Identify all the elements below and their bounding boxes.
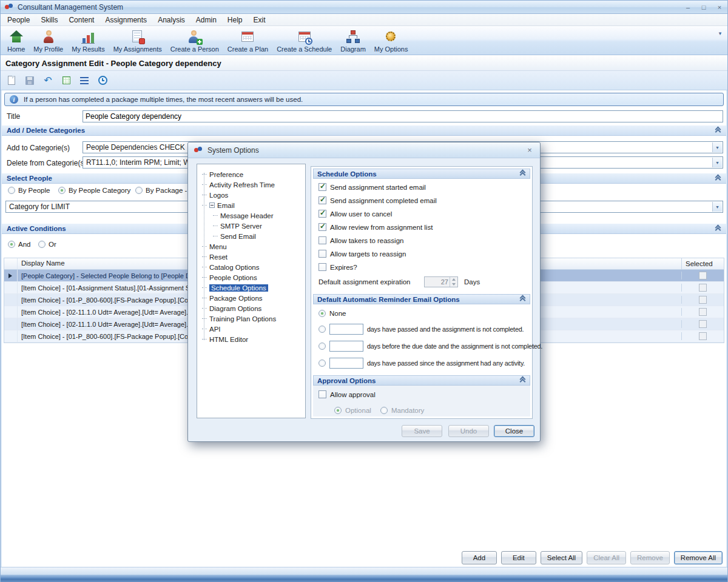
menu-content[interactable]: Content <box>63 15 99 25</box>
history-clock-icon[interactable] <box>95 73 110 88</box>
edit-button[interactable]: Edit <box>501 551 536 564</box>
section-header-label: Select People <box>7 175 52 182</box>
tree-item-logos[interactable]: Logos <box>197 190 305 200</box>
radio-reminder-days-passed[interactable]: days have passed and the assignment is n… <box>318 324 524 335</box>
list-icon[interactable] <box>77 73 92 88</box>
chevron-down-icon[interactable]: ▼ <box>712 202 722 212</box>
tree-item-message-header[interactable]: Message Header <box>197 210 305 221</box>
radio-approval-optional[interactable]: Optional <box>334 407 371 414</box>
minimize-icon[interactable]: – <box>684 4 692 11</box>
tree-item-reset[interactable]: Reset <box>197 252 305 262</box>
tree-item-activity-refresh-time[interactable]: Activity Refresh Time <box>197 179 305 190</box>
collapse-chevron-icon[interactable] <box>715 127 721 134</box>
tree-item-html-editor[interactable]: HTML Editor <box>197 334 305 344</box>
check-allow-review[interactable]: Allow review from assignment list <box>318 223 433 231</box>
row-checkbox[interactable] <box>699 284 707 292</box>
radio-approval-mandatory[interactable]: Mandatory <box>380 407 424 414</box>
radio-or[interactable]: Or <box>38 241 56 248</box>
close-icon[interactable]: × <box>715 4 724 11</box>
new-document-icon[interactable] <box>4 73 19 88</box>
radio-by-people-category[interactable]: By People Category <box>58 187 130 194</box>
toolbar-my-options[interactable]: My Options <box>370 28 413 54</box>
remove-all-button[interactable]: Remove All <box>674 551 723 564</box>
toolbar-create-person[interactable]: Create a Person <box>166 28 223 54</box>
title-input[interactable] <box>83 110 723 122</box>
spinner-arrows-icon[interactable] <box>450 277 457 287</box>
tree-item-schedule-options[interactable]: Schedule Options <box>197 283 305 293</box>
radio-icon <box>8 241 15 248</box>
radio-reminder-none[interactable]: None <box>318 310 346 317</box>
toolbar-overflow-icon[interactable]: ▾ <box>715 30 725 36</box>
toolbar-my-profile[interactable]: My Profile <box>29 28 67 54</box>
menu-admin[interactable]: Admin <box>190 15 222 25</box>
chevron-down-icon[interactable]: ▼ <box>712 158 722 167</box>
maximize-icon[interactable]: □ <box>699 4 708 11</box>
menu-assignments[interactable]: Assignments <box>99 15 152 25</box>
days-inactive-input[interactable] <box>329 358 363 369</box>
menu-skills[interactable]: Skills <box>35 15 63 25</box>
tree-item-package-options[interactable]: Package Options <box>197 293 305 303</box>
radio-icon <box>58 187 66 194</box>
add-button[interactable]: Add <box>462 551 497 564</box>
expiration-spinner[interactable]: 27 <box>424 276 458 287</box>
tree-item-send-email[interactable]: Send Email <box>197 231 305 241</box>
toolbar-home[interactable]: Home <box>3 28 29 54</box>
undo-icon[interactable]: ↶ <box>41 73 55 88</box>
days-passed-input[interactable] <box>329 324 363 335</box>
row-checkbox[interactable] <box>699 272 707 279</box>
toolbar-diagram[interactable]: Diagram <box>336 28 370 54</box>
check-allow-user-cancel[interactable]: Allow user to cancel <box>318 210 392 218</box>
undo-button[interactable]: Undo <box>448 425 489 437</box>
tree-item-menu[interactable]: Menu <box>197 241 305 252</box>
check-send-started-email[interactable]: Send assignment started email <box>318 183 426 191</box>
radio-by-people[interactable]: By People <box>8 187 50 194</box>
collapse-minus-icon[interactable] <box>209 202 215 208</box>
collapse-chevron-icon[interactable] <box>715 175 721 182</box>
radio-reminder-days-before-due[interactable]: days before the due date and the assignm… <box>318 341 542 352</box>
chevron-down-icon[interactable]: ▼ <box>712 142 722 152</box>
toolbar-create-plan[interactable]: Create a Plan <box>223 28 272 54</box>
check-allow-approval[interactable]: Allow approval <box>318 390 376 398</box>
clear-all-button[interactable]: Clear All <box>587 551 626 564</box>
tree-item-people-options[interactable]: People Options <box>197 272 305 283</box>
check-allow-targets-reassign[interactable]: Allow targets to reassign <box>318 250 406 258</box>
menu-exit[interactable]: Exit <box>248 15 271 25</box>
tree-item-email[interactable]: Email <box>197 200 305 210</box>
check-expires[interactable]: Expires? <box>318 263 357 271</box>
export-grid-icon[interactable] <box>59 73 73 88</box>
tree-item-training-plan-options[interactable]: Training Plan Options <box>197 313 305 324</box>
checkbox-icon <box>318 183 326 191</box>
toolbar-my-assignments[interactable]: My Assignments <box>109 28 166 54</box>
tree-item-preference[interactable]: Preference <box>197 169 305 179</box>
tree-item-diagram-options[interactable]: Diagram Options <box>197 303 305 313</box>
toolbar-my-results[interactable]: My Results <box>67 28 109 54</box>
row-checkbox[interactable] <box>699 320 707 328</box>
radio-and[interactable]: And <box>8 241 30 248</box>
page-title: Category Assignment Edit - People Catego… <box>1 56 727 71</box>
check-send-completed-email[interactable]: Send assignment completed email <box>318 196 437 204</box>
radio-icon <box>318 326 326 333</box>
collapse-chevron-icon[interactable] <box>519 296 526 303</box>
save-button[interactable]: Save <box>402 425 442 437</box>
menu-analysis[interactable]: Analysis <box>152 15 190 25</box>
menu-help[interactable]: Help <box>222 15 248 25</box>
row-checkbox[interactable] <box>699 296 707 304</box>
check-allow-takers-reassign[interactable]: Allow takers to reassign <box>318 236 403 244</box>
remove-button[interactable]: Remove <box>630 551 670 564</box>
toolbar-create-schedule[interactable]: Create a Schedule <box>272 28 336 54</box>
tree-item-catalog-options[interactable]: Catalog Options <box>197 262 305 272</box>
collapse-chevron-icon[interactable] <box>519 170 526 177</box>
save-icon[interactable] <box>22 73 37 88</box>
dialog-close-icon[interactable]: × <box>525 146 534 155</box>
menu-people[interactable]: People <box>2 15 35 25</box>
row-checkbox[interactable] <box>699 332 707 340</box>
days-before-due-input[interactable] <box>329 341 363 352</box>
tree-item-api[interactable]: API <box>197 324 305 334</box>
tree-item-smtp-server[interactable]: SMTP Server <box>197 221 305 231</box>
select-all-button[interactable]: Select All <box>541 551 582 564</box>
collapse-chevron-icon[interactable] <box>715 226 721 232</box>
radio-reminder-days-inactive[interactable]: days have passed since the assignment ha… <box>318 358 525 369</box>
close-button[interactable]: Close <box>494 425 534 437</box>
row-checkbox[interactable] <box>699 308 707 316</box>
collapse-chevron-icon[interactable] <box>519 377 526 384</box>
